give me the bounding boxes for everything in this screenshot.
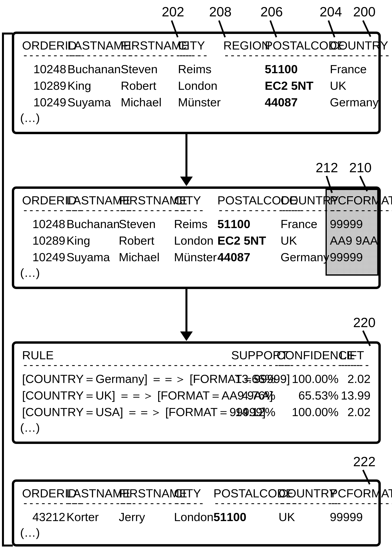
table-row: 43212 Korter Jerry London 51100 UK 99999 xyxy=(22,509,372,526)
col-rule: RULE xyxy=(22,348,231,362)
callout-220: 220 xyxy=(353,315,375,330)
table-row: [COUNTRY＝UK] ＝＝＞ [FORMAT＝AA9 9AA] 4.76% … xyxy=(22,387,372,404)
table-augmented: ORDERID LASTNAME FIRSTNAME CITY POSTALCO… xyxy=(12,186,381,289)
callout-222: 222 xyxy=(353,454,375,469)
table-rules: RULE SUPPORT CONFIDENCE LIFT -----------… xyxy=(12,341,381,444)
table-row: 10289 King Robert London EC2 5NT UK xyxy=(22,78,372,94)
table-rules-grid: RULE SUPPORT CONFIDENCE LIFT -----------… xyxy=(22,348,372,420)
link-bracket xyxy=(2,33,4,546)
callout-206: 206 xyxy=(261,4,283,19)
callout-202: 202 xyxy=(162,4,184,19)
ellipsis: (…) xyxy=(20,266,374,280)
ellipsis: (…) xyxy=(20,526,372,540)
table-test: ORDERID LASTNAME FIRSTNAME CITY POSTALCO… xyxy=(12,479,381,547)
ellipsis: (…) xyxy=(20,420,372,434)
table-source: ORDERID LASTNAME FIRSTNAME CITY REGION P… xyxy=(12,32,381,134)
ellipsis: (…) xyxy=(20,111,372,125)
callout-210: 210 xyxy=(349,160,371,175)
table-row: 10249 Suyama Michael Münster 44087 Germa… xyxy=(22,249,374,266)
callout-208: 208 xyxy=(209,4,232,19)
table-row: [COUNTRY＝Germany] ＝＝＞ [FORMAT＝99999] 13.… xyxy=(22,371,372,387)
table-augmented-grid: ORDERID LASTNAME FIRSTNAME CITY POSTALCO… xyxy=(22,194,374,266)
table-source-grid: ORDERID LASTNAME FIRSTNAME CITY REGION P… xyxy=(22,39,372,111)
arrow-down-icon xyxy=(180,331,193,341)
callout-200: 200 xyxy=(353,4,375,19)
callout-204: 204 xyxy=(319,4,342,19)
table-row: 10248 Buchanan Steven Reims 51100 France xyxy=(22,61,372,78)
table-row: 10248 Buchanan Steven Reims 51100 France… xyxy=(22,216,374,232)
table-row: 10249 Suyama Michael Münster 44087 Germa… xyxy=(22,94,372,111)
callout-212: 212 xyxy=(316,160,338,175)
link-bracket xyxy=(2,545,13,547)
arrow-down-icon xyxy=(185,289,187,332)
arrow-down-icon xyxy=(180,177,193,186)
table-row: [COUNTRY＝USA] ＝＝＞ [FORMAT＝99999] 14.12% … xyxy=(22,404,372,420)
table-test-grid: ORDERID LASTNAME FIRSTNAME CITY POSTALCO… xyxy=(22,487,372,526)
table-row: 10289 King Robert London EC2 5NT UK AA9 … xyxy=(22,232,374,249)
arrow-down-icon xyxy=(185,134,187,178)
